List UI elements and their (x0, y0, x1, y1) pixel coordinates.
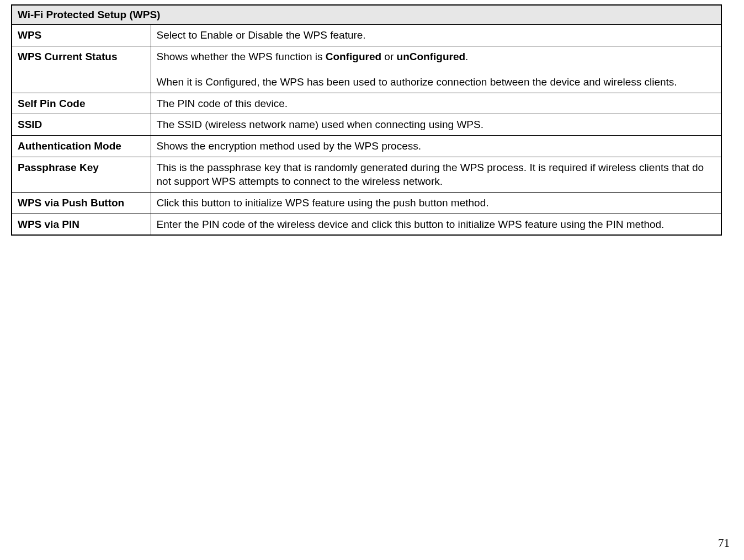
row-label: WPS (12, 25, 151, 46)
table-row: WPS via Push Button Click this button to… (12, 193, 721, 214)
row-label: Self Pin Code (12, 93, 151, 114)
row-label: WPS via PIN (12, 214, 151, 235)
row-label: WPS via Push Button (12, 193, 151, 214)
row-desc: The SSID (wireless network name) used wh… (151, 114, 721, 136)
row-desc: Shows whether the WPS function is Config… (151, 46, 721, 93)
table-row: Passphrase Key This is the passphrase ke… (12, 157, 721, 192)
table-row: WPS via PIN Enter the PIN code of the wi… (12, 214, 721, 235)
row-desc: Select to Enable or Disable the WPS feat… (151, 25, 721, 46)
row-label: Authentication Mode (12, 136, 151, 157)
page-number: 71 (718, 536, 730, 550)
row-desc: The PIN code of this device. (151, 93, 721, 114)
row-label: SSID (12, 114, 151, 136)
table-body: WPS Select to Enable or Disable the WPS … (12, 25, 721, 236)
table-row: SSID The SSID (wireless network name) us… (12, 114, 721, 136)
table-row: Authentication Mode Shows the encryption… (12, 136, 721, 157)
wps-table: Wi-Fi Protected Setup (WPS) WPS Select t… (11, 4, 722, 236)
row-desc: Enter the PIN code of the wireless devic… (151, 214, 721, 235)
row-desc: Click this button to initialize WPS feat… (151, 193, 721, 214)
row-desc: Shows the encryption method used by the … (151, 136, 721, 157)
row-desc: This is the passphrase key that is rando… (151, 157, 721, 192)
table-header: Wi-Fi Protected Setup (WPS) (12, 5, 721, 25)
table-row: WPS Select to Enable or Disable the WPS … (12, 25, 721, 46)
table-row: Self Pin Code The PIN code of this devic… (12, 93, 721, 114)
table-row: WPS Current Status Shows whether the WPS… (12, 46, 721, 93)
row-label: WPS Current Status (12, 46, 151, 93)
row-label: Passphrase Key (12, 157, 151, 192)
